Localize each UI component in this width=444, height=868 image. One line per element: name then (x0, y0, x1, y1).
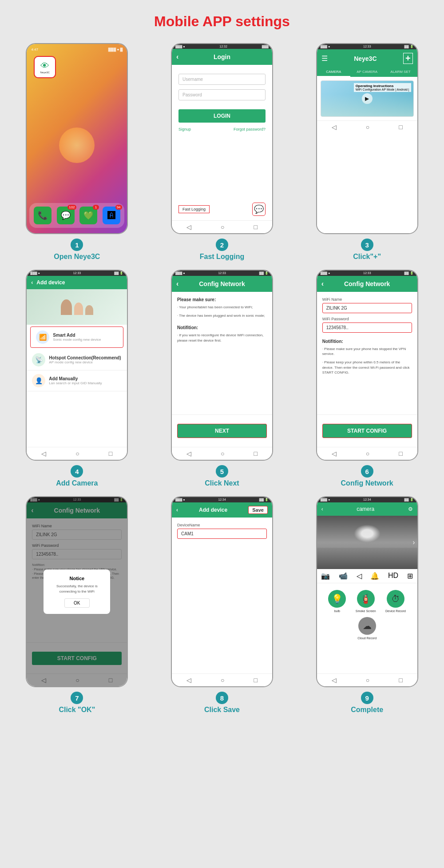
save-button-8[interactable]: Save (248, 506, 268, 514)
notice-overlay: Notice Successfully, the device is conne… (27, 497, 127, 686)
toolbar-screenshot[interactable]: 📷 (321, 572, 330, 580)
device-record-icon: ⏱ (387, 590, 404, 608)
dock-alipay[interactable]: 🅰 94 (103, 207, 120, 224)
nav-recent-5[interactable]: □ (254, 450, 257, 457)
step-1-phone: 4:47 ▓▓▓ ● ▓ 👁 Neye3C 📞 (26, 43, 128, 234)
forgot-link[interactable]: Forgot password? (234, 127, 266, 131)
nav-home-3[interactable]: ○ (366, 123, 369, 131)
nav-back-5[interactable]: ◁ (186, 450, 191, 457)
wallpaper-decoration (59, 127, 95, 163)
nav-home-9[interactable]: ○ (366, 677, 369, 684)
step-2-text: Fast Logging (200, 253, 244, 261)
nav-home[interactable]: ○ (221, 223, 224, 231)
s5-left: ▓▓▓ ● (175, 271, 185, 275)
s6-time: 12:33 (363, 271, 371, 275)
add-manually-item[interactable]: 👤 Add Manually Lan search or input GID M… (27, 370, 127, 391)
back-icon-5[interactable]: ‹ (176, 280, 178, 288)
nav-back-6[interactable]: ◁ (332, 450, 337, 457)
wifi-pass-label: WiFi Password (322, 317, 412, 321)
nav-recent-4[interactable]: □ (109, 450, 112, 457)
nav-back-9[interactable]: ◁ (332, 677, 337, 684)
password-field[interactable]: Password (178, 89, 266, 100)
back-icon[interactable]: ‹ (176, 53, 178, 61)
nav-recent-8[interactable]: □ (254, 677, 257, 684)
back-icon-8[interactable]: ‹ (176, 507, 178, 513)
nav-home-8[interactable]: ○ (221, 677, 224, 684)
action-cloud-record[interactable]: ☁ Cloud Record (357, 617, 377, 640)
smart-add-item[interactable]: 📶 Smart Add Sonic mode config new device (30, 326, 123, 348)
ok-button[interactable]: OK (64, 598, 89, 608)
s5-time: 12:33 (218, 271, 226, 275)
nav-back-3[interactable]: ◁ (332, 123, 337, 131)
next-button[interactable]: NEXT (177, 424, 267, 438)
dock-messages[interactable]: 💬 102 (57, 207, 75, 224)
config-network-title-5: Config Network (199, 280, 245, 287)
messages-icon: 💬 (61, 211, 71, 220)
action-bulb[interactable]: 💡 bulb (328, 590, 346, 613)
start-config-button[interactable]: START CONFIG (322, 424, 412, 438)
fast-logging-box[interactable]: Fast Logging (178, 205, 210, 213)
toolbar-hd[interactable]: HD (388, 572, 398, 580)
cloud-record-label: Cloud Record (357, 637, 377, 640)
hotspot-sub: AP mode config new device (49, 360, 121, 364)
wechat-login-icon[interactable]: 💬 (252, 203, 266, 216)
toolbar-volume[interactable]: 🔔 (370, 572, 379, 580)
step-6-number: 6 (361, 465, 373, 478)
action-smoke-screen[interactable]: 🧯 Smoke Screen (356, 590, 376, 613)
step-5-cell: ▓▓▓ ● 12:33 ▓▓ 🔋 ‹ Config Network Please… (154, 270, 290, 487)
config-network-notice-screen: ▓▓▓ ● 12:33 ▓▓ 🔋 ‹ Config Network WiFi N… (27, 497, 127, 686)
ceiling (317, 548, 417, 569)
s2-right: ▓▓▓ (262, 45, 269, 48)
action-device-record[interactable]: ⏱ Device Record (385, 590, 406, 613)
device-name-input[interactable]: CAM1 (177, 529, 267, 539)
hotspot-info: Hotspot Connection(Recommend) AP mode co… (49, 355, 121, 364)
nav-home-6[interactable]: ○ (366, 450, 369, 457)
add-device-header: ‹ Add device (27, 276, 127, 289)
hotspot-icon: 📡 (32, 353, 45, 366)
nav-bar-4: ◁ ○ □ (27, 447, 127, 460)
toolbar-record[interactable]: 📹 (339, 572, 348, 580)
dock-phone[interactable]: 📞 (34, 207, 52, 224)
preview-next-icon[interactable]: › (412, 538, 415, 546)
s8-time: 12:34 (218, 498, 226, 502)
signup-link[interactable]: Signup (178, 127, 191, 131)
neye3c-app-icon[interactable]: 👁 Neye3C (34, 56, 56, 78)
nav-back[interactable]: ◁ (186, 223, 191, 231)
step-2-label: 2 Fast Logging (200, 239, 244, 261)
nav-recent-9[interactable]: □ (399, 677, 402, 684)
hamburger-icon[interactable]: ☰ (321, 54, 328, 63)
step-9-number: 9 (361, 692, 373, 704)
plus-button[interactable]: + (403, 53, 413, 64)
step-3-number: 3 (361, 239, 373, 251)
nav-recent[interactable]: □ (254, 223, 257, 231)
back-icon-6[interactable]: ‹ (321, 280, 324, 288)
nav-recent-6[interactable]: □ (399, 450, 402, 457)
dock-wechat[interactable]: 💚 1 (79, 207, 97, 224)
bullet1: · Your phone/tablet has been connected t… (177, 305, 267, 310)
nav-recent-3[interactable]: □ (399, 123, 402, 131)
wifi-pass-input[interactable]: 12345678.. (322, 323, 412, 333)
nav-bar-6: ◁ ○ □ (317, 447, 417, 460)
back-icon-9[interactable]: ‹ (321, 506, 323, 512)
toolbar-back-nav[interactable]: ◁ (357, 572, 362, 580)
nav-back-4[interactable]: ◁ (41, 450, 46, 457)
bulb-icon: 💡 (328, 590, 346, 608)
nav-home-4[interactable]: ○ (75, 450, 79, 457)
person2 (74, 303, 83, 315)
tab-ap-camera[interactable]: AP CAMERA (350, 68, 384, 77)
tab-camera[interactable]: CAMERA (317, 68, 350, 77)
step-2-phone: ▓▓▓ ● 12:32 ▓▓▓ ‹ Login Username Passwor… (171, 43, 273, 234)
nav-home-5[interactable]: ○ (221, 450, 224, 457)
device-name-label: DeviceName (177, 523, 267, 527)
hotspot-title: Hotspot Connection(Recommend) (49, 355, 121, 360)
hotspot-item[interactable]: 📡 Hotspot Connection(Recommend) AP mode … (27, 350, 127, 370)
nav-back-8[interactable]: ◁ (186, 677, 191, 684)
login-button[interactable]: LOGIN (178, 109, 266, 123)
wifi-name-input[interactable]: ZILINK 2G (322, 303, 412, 313)
tab-alarm-set[interactable]: ALARM SET (384, 68, 417, 77)
toolbar-expand[interactable]: ⊞ (407, 572, 413, 580)
gear-icon[interactable]: ⚙ (408, 506, 413, 512)
username-field[interactable]: Username (178, 74, 266, 85)
s4-time: 12:33 (73, 271, 81, 275)
back-icon-4[interactable]: ‹ (31, 279, 33, 286)
